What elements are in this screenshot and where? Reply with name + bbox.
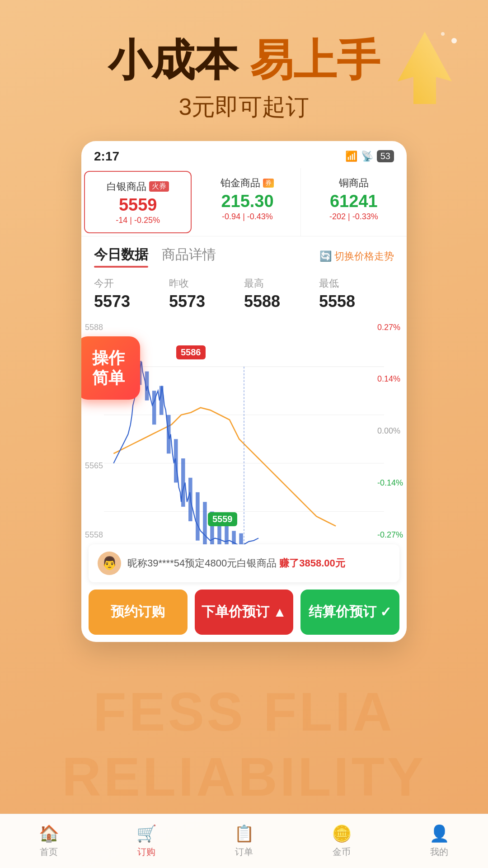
stat-prev-close: 昨收 5573	[169, 277, 244, 311]
tab-copper-change: -202 | -0.33%	[308, 212, 399, 222]
nav-label-profile: 我的	[430, 846, 448, 858]
pct-neg014: -0.14%	[377, 478, 403, 488]
action-buttons: 预约订购 下单价预订 ▲ 结算价预订 ✓	[81, 582, 407, 642]
svg-rect-11	[167, 415, 171, 453]
data-section: 今日数据 商品详情 🔄 切换价格走势 今开 5573 昨收 5573 最高 55…	[81, 236, 407, 318]
stat-open: 今开 5573	[94, 277, 169, 311]
svg-rect-12	[174, 439, 178, 482]
title-part2: 易上手	[250, 36, 380, 84]
y-label-mid-low: 5565	[85, 461, 103, 471]
svg-rect-8	[145, 371, 149, 400]
shopping-cart-icon: 🛒	[136, 824, 157, 843]
tab-copper-name: 铜商品	[308, 176, 399, 190]
tab-copper-price: 61241	[308, 192, 399, 211]
svg-rect-9	[152, 391, 156, 425]
pct-014: 0.14%	[377, 374, 403, 384]
tab-platinum[interactable]: 铂金商品 券 215.30 -0.94 | -0.43%	[194, 168, 300, 236]
tab-silver-name: 白银商品 火券	[92, 180, 183, 193]
nav-label-orders: 订单	[235, 846, 253, 858]
arrow-decoration	[389, 27, 461, 108]
stat-low: 最低 5558	[319, 277, 394, 311]
nav-label-coins: 金币	[333, 846, 351, 858]
tab-silver[interactable]: 白银商品 火券 5559 -14 | -0.25%	[84, 171, 192, 233]
title-part1: 小成本	[108, 36, 238, 84]
tab-platinum-name: 铂金商品 券	[202, 176, 293, 190]
checkmark-icon: ✓	[380, 604, 391, 620]
svg-point-2	[441, 32, 445, 36]
data-tabs: 今日数据 商品详情 🔄 切换价格走势	[94, 245, 394, 268]
svg-rect-15	[196, 492, 200, 540]
y-label-bottom: 5558	[85, 530, 103, 540]
nav-item-coins[interactable]: 🪙 金币	[293, 824, 390, 858]
tab-platinum-price: 215.30	[202, 192, 293, 211]
reserve-order-btn[interactable]: 预约订购	[89, 590, 188, 635]
commodity-tabs: 白银商品 火券 5559 -14 | -0.25% 铂金商品 券 215.30 …	[81, 168, 407, 236]
svg-rect-16	[203, 502, 207, 544]
coin-icon: 🪙	[332, 824, 352, 843]
y-label-top: 5588	[85, 323, 103, 332]
tab-silver-change: -14 | -0.25%	[92, 216, 183, 225]
operation-badge: 操作 简单	[81, 336, 140, 400]
chart-area: 操作 简单 5588 5558 5565 5558 0.27% 0.14% 0.…	[81, 318, 407, 544]
notification-bar: 👨 昵称39****54预定4800元白银商品 赚了3858.00元	[89, 544, 399, 582]
user-icon: 👤	[429, 824, 450, 843]
nav-label-order: 订购	[137, 846, 155, 858]
tab-copper[interactable]: 铜商品 61241 -202 | -0.33%	[301, 168, 407, 236]
svg-point-1	[451, 38, 457, 43]
stat-high: 最高 5588	[244, 277, 319, 311]
arrow-up-icon: ▲	[273, 604, 286, 620]
battery-badge: 53	[377, 150, 394, 162]
tab-commodity-detail[interactable]: 商品详情	[162, 245, 216, 268]
nav-label-home: 首页	[40, 846, 58, 858]
nav-item-profile[interactable]: 👤 我的	[390, 824, 488, 858]
svg-marker-0	[398, 32, 452, 104]
notif-avatar: 👨	[98, 552, 121, 575]
place-price-order-btn[interactable]: 下单价预订 ▲	[195, 590, 294, 635]
notif-earnings: 赚了3858.00元	[279, 557, 345, 569]
svg-rect-13	[181, 458, 185, 507]
switch-price-trend-btn[interactable]: 🔄 切换价格走势	[319, 250, 394, 263]
home-icon: 🏠	[39, 824, 59, 843]
tab-platinum-change: -0.94 | -0.43%	[202, 212, 293, 222]
bottom-nav: 🏠 首页 🛒 订购 📋 订单 🪙 金币 👤 我的	[0, 814, 488, 868]
list-icon: 📋	[234, 824, 254, 843]
price-pin-low: 5559	[208, 512, 237, 526]
svg-rect-10	[160, 386, 164, 415]
tab-today-data[interactable]: 今日数据	[94, 245, 148, 268]
coupon-badge: 券	[263, 179, 274, 188]
price-pin-high: 5586	[176, 345, 206, 359]
tab-silver-price: 5559	[92, 195, 183, 215]
hot-badge: 火券	[149, 181, 169, 192]
refresh-icon: 🔄	[319, 250, 332, 262]
nav-item-home[interactable]: 🏠 首页	[0, 824, 98, 858]
pct-027: 0.27%	[377, 323, 403, 332]
signal-icon: 📶	[345, 151, 357, 162]
settle-price-order-btn[interactable]: 结算价预订 ✓	[300, 590, 399, 635]
svg-rect-20	[232, 531, 236, 544]
wifi-icon: 📡	[361, 151, 373, 162]
pct-neg027: -0.27%	[377, 530, 403, 540]
status-icons: 📶 📡 53	[345, 150, 394, 162]
pct-000: 0.00%	[377, 426, 403, 436]
nav-item-order[interactable]: 🛒 订购	[98, 824, 195, 858]
status-bar: 2:17 📶 📡 53	[81, 141, 407, 168]
svg-rect-21	[239, 533, 243, 544]
notif-text: 昵称39****54预定4800元白银商品 赚了3858.00元	[127, 557, 390, 570]
svg-rect-14	[188, 477, 192, 521]
chart-svg	[104, 318, 384, 544]
data-stats: 今开 5573 昨收 5573 最高 5588 最低 5558	[94, 277, 394, 318]
nav-item-orders[interactable]: 📋 订单	[195, 824, 293, 858]
chart-y-axis-right: 0.27% 0.14% 0.00% -0.14% -0.27%	[377, 318, 403, 544]
status-time: 2:17	[94, 149, 119, 164]
phone-card: 2:17 📶 📡 53 白银商品 火券 5559 -14 | -0.25% 铂金…	[81, 141, 407, 642]
svg-rect-19	[225, 526, 229, 544]
